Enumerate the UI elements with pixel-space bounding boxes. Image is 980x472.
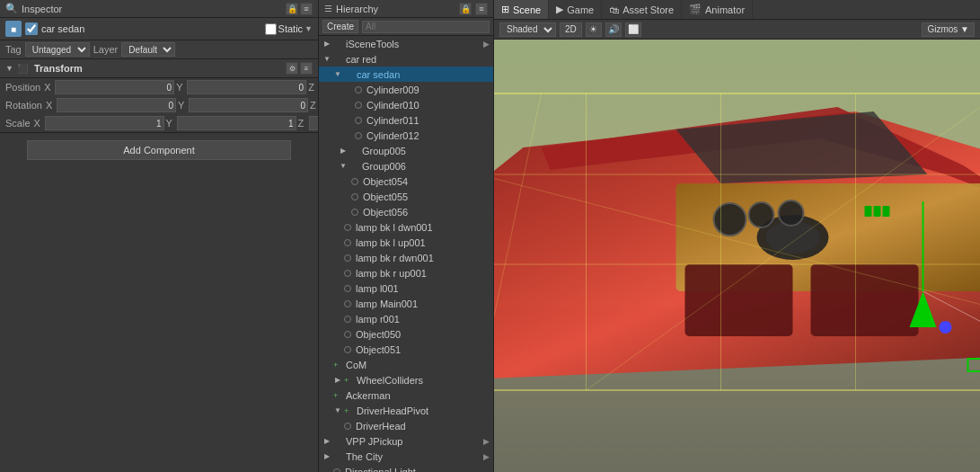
transform-options-icon[interactable]: ⚙ [286, 62, 298, 75]
list-item[interactable]: Cylinder009 [319, 82, 493, 97]
scale-x-input[interactable] [45, 116, 164, 130]
list-item[interactable]: ▼ car red [319, 51, 493, 67]
hier-item-label: VPP JPickup [346, 436, 402, 447]
tag-dropdown[interactable]: Untagged [25, 42, 90, 57]
hier-dot-icon [333, 468, 340, 473]
pos-y-label: Y [176, 82, 185, 93]
hier-item-label: Group005 [362, 146, 406, 156]
hier-item-label: WheelColliders [357, 375, 423, 386]
list-item[interactable]: Cylinder012 [319, 128, 493, 143]
list-item[interactable]: Object051 [319, 342, 493, 357]
tab-asset-store[interactable]: 🛍 Asset Store [602, 0, 682, 19]
inspector-menu-icon[interactable]: ≡ [300, 3, 313, 15]
list-item[interactable]: lamp bk l up001 [319, 235, 493, 250]
light-icon-btn[interactable]: ☀ [586, 22, 602, 37]
hier-item-label: lamp bk r up001 [356, 268, 427, 279]
hier-item-label: Object054 [363, 176, 408, 187]
layer-dropdown[interactable]: Default [121, 42, 175, 57]
list-item[interactable]: ▼ + DriverHeadPivot [319, 403, 493, 418]
audio-icon-btn[interactable]: 🔊 [605, 22, 622, 37]
expand-icon: ▶ [322, 437, 331, 445]
object-icon: ■ [5, 21, 22, 37]
list-item[interactable]: ▶ iSceneTools ▶ [319, 36, 493, 51]
rot-x-input[interactable] [57, 98, 176, 112]
inspector-icon: 🔍 [5, 3, 18, 14]
pos-x-input[interactable] [55, 80, 174, 94]
rotation-label: Rotation [5, 100, 42, 111]
gizmos-button[interactable]: Gizmos ▼ [922, 22, 975, 37]
list-item[interactable]: lamp Main001 [319, 296, 493, 311]
hier-item-label: CoM [346, 360, 366, 370]
position-row: Position X Y Z [0, 78, 318, 96]
hier-dot-icon [344, 346, 351, 353]
tab-animator[interactable]: 🎬 Animator [682, 0, 753, 19]
list-item[interactable]: ▶ VPP JPickup ▶ [319, 433, 493, 449]
svg-rect-13 [883, 206, 890, 217]
tag-layer-row: Tag Untagged Layer Default [0, 40, 318, 59]
list-item[interactable]: ▶ Group005 [319, 143, 493, 158]
list-item[interactable]: ▼ Group006 [319, 158, 493, 174]
overlay-icon-btn[interactable]: ⬜ [625, 22, 641, 37]
list-item[interactable]: ▼ car sedan [319, 67, 493, 82]
rotation-row: Rotation X Y Z [0, 96, 318, 114]
svg-point-8 [714, 203, 746, 236]
2d-button[interactable]: 2D [560, 22, 582, 37]
tab-scene[interactable]: ⊞ Scene [494, 0, 549, 19]
list-item[interactable]: DriverHead [319, 418, 493, 433]
scale-z-input[interactable] [309, 116, 319, 130]
hier-item-label: The City [346, 451, 383, 462]
list-item[interactable]: lamp bk l dwn001 [319, 219, 493, 235]
transform-section: ▼ ⬛ Transform ⚙ ≡ Position X Y [0, 59, 318, 133]
static-dropdown-arrow[interactable]: ▼ [305, 24, 313, 33]
scene-viewport[interactable] [494, 40, 980, 472]
list-item[interactable]: Object054 [319, 174, 493, 189]
list-item[interactable]: Object050 [319, 326, 493, 342]
scene-tab-label: Scene [513, 4, 541, 15]
list-item[interactable]: ▶ + WheelColliders [319, 372, 493, 387]
transform-expand-icon[interactable]: ▼ [5, 64, 13, 73]
hier-dot-icon [355, 86, 362, 94]
hierarchy-menu-icon[interactable]: ≡ [475, 3, 488, 15]
list-item[interactable]: Object056 [319, 204, 493, 219]
add-component-button[interactable]: Add Component [27, 140, 291, 160]
svg-rect-6 [685, 264, 793, 336]
scale-y-input[interactable] [177, 116, 296, 130]
list-item[interactable]: lamp l001 [319, 281, 493, 296]
hier-item-label: Cylinder010 [366, 100, 419, 111]
inspector-object-row: ■ car sedan Static ▼ [0, 18, 318, 40]
svg-point-29 [940, 321, 952, 334]
inspector-lock-icon[interactable]: 🔒 [286, 3, 298, 15]
expand-icon: ▶ [322, 452, 331, 460]
static-checkbox[interactable] [265, 23, 277, 35]
list-item[interactable]: lamp bk r dwn001 [319, 250, 493, 265]
shaded-dropdown[interactable]: Shaded [499, 22, 556, 37]
pos-y-input[interactable] [187, 80, 306, 94]
transform-more-icon[interactable]: ≡ [300, 62, 313, 75]
list-item[interactable]: Object055 [319, 189, 493, 204]
hier-item-label: lamp bk r dwn001 [356, 253, 434, 263]
right-arrow-icon: ▶ [483, 437, 490, 446]
hier-item-label: car red [346, 54, 376, 65]
list-item[interactable]: + CoM [319, 357, 493, 372]
hier-dot-icon [355, 117, 362, 124]
list-item[interactable]: lamp r001 [319, 311, 493, 326]
list-item[interactable]: Directional Light [319, 464, 493, 472]
tab-game[interactable]: ▶ Game [549, 0, 602, 19]
list-item[interactable]: + Ackerman [319, 387, 493, 403]
expand-icon: ▶ [333, 376, 342, 384]
object-active-checkbox[interactable] [25, 22, 38, 35]
hier-item-label: iSceneTools [346, 39, 399, 49]
scale-row: Scale X Y Z [0, 114, 318, 132]
hierarchy-search[interactable] [362, 21, 490, 33]
list-item[interactable]: Cylinder010 [319, 97, 493, 112]
list-item[interactable]: ▶ The City ▶ [319, 449, 493, 464]
asset-store-tab-icon: 🛍 [609, 4, 619, 15]
svg-point-10 [779, 200, 804, 226]
inspector-panel: 🔍 Inspector 🔒 ≡ ■ car sedan Static ▼ Tag… [0, 0, 319, 472]
list-item[interactable]: lamp bk r up001 [319, 265, 493, 281]
hier-item-label: lamp bk l up001 [356, 237, 426, 248]
create-button[interactable]: Create [322, 20, 358, 33]
list-item[interactable]: Cylinder011 [319, 112, 493, 128]
hierarchy-lock-icon[interactable]: 🔒 [459, 3, 472, 15]
rot-y-input[interactable] [189, 98, 308, 112]
